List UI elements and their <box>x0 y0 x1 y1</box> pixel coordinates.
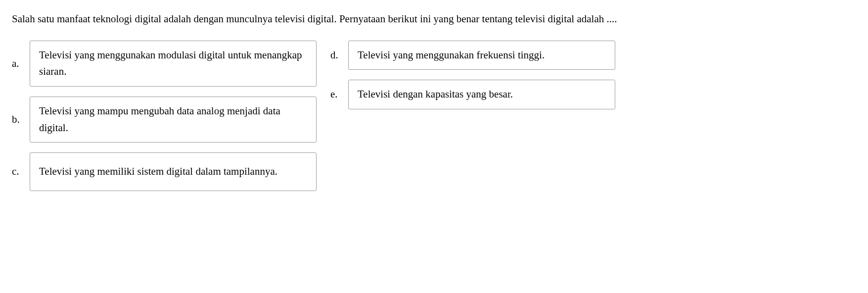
option-box-e: Televisi dengan kapasitas yang besar. <box>348 80 615 109</box>
option-letter-a: a. <box>12 55 23 72</box>
option-letter-d: d. <box>330 47 341 64</box>
options-container: a. Televisi yang menggunakan modulasi di… <box>12 41 856 191</box>
option-text-a: Televisi yang menggunakan modulasi digit… <box>39 47 307 80</box>
option-b[interactable]: b. Televisi yang mampu mengubah data ana… <box>12 97 317 143</box>
option-d[interactable]: d. Televisi yang menggunakan frekuensi t… <box>330 41 615 70</box>
option-text-e: Televisi dengan kapasitas yang besar. <box>358 86 513 103</box>
option-box-d: Televisi yang menggunakan frekuensi ting… <box>348 41 615 70</box>
option-box-a: Televisi yang menggunakan modulasi digit… <box>30 41 317 87</box>
question-text: Salah satu manfaat teknologi digital ada… <box>12 10 856 29</box>
option-text-b: Televisi yang mampu mengubah data analog… <box>39 103 307 136</box>
option-e[interactable]: e. Televisi dengan kapasitas yang besar. <box>330 80 615 109</box>
option-a[interactable]: a. Televisi yang menggunakan modulasi di… <box>12 41 317 87</box>
option-box-b: Televisi yang mampu mengubah data analog… <box>30 97 317 143</box>
option-box-c: Televisi yang memiliki sistem digital da… <box>30 152 317 191</box>
options-column-left: a. Televisi yang menggunakan modulasi di… <box>12 41 317 191</box>
option-text-c: Televisi yang memiliki sistem digital da… <box>39 163 277 180</box>
option-letter-c: c. <box>12 163 23 180</box>
option-letter-e: e. <box>330 86 341 103</box>
options-column-right: d. Televisi yang menggunakan frekuensi t… <box>330 41 615 191</box>
option-letter-b: b. <box>12 111 23 128</box>
option-text-d: Televisi yang menggunakan frekuensi ting… <box>358 47 545 64</box>
option-c[interactable]: c. Televisi yang memiliki sistem digital… <box>12 152 317 191</box>
